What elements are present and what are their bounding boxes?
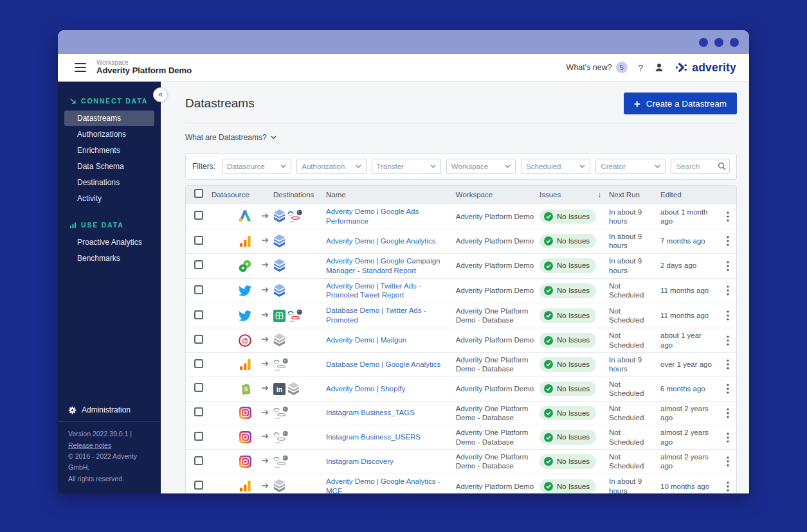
sidebar-item-datastreams[interactable]: Datastreams: [64, 111, 154, 126]
sidebar-item-enrichments[interactable]: Enrichments: [64, 143, 154, 158]
menu-icon[interactable]: [75, 63, 86, 72]
row-menu-button[interactable]: [720, 408, 736, 418]
sidebar-item-administration[interactable]: Administration: [58, 398, 161, 421]
sidebar-item-authorizations[interactable]: Authorizations: [64, 127, 154, 142]
row-checkbox[interactable]: [194, 260, 203, 269]
column-header-workspace[interactable]: Workspace: [456, 190, 540, 199]
kebab-menu-icon: [727, 481, 729, 492]
filter-workspace-select[interactable]: Workspace: [446, 159, 516, 174]
table-row[interactable]: Database Demo | Twitter Ads - Promoted A…: [186, 303, 736, 328]
datastream-name-link[interactable]: Instagram Business_TAGS: [326, 409, 415, 416]
row-checkbox[interactable]: [194, 456, 203, 465]
row-checkbox[interactable]: [194, 383, 203, 392]
sidebar-item-destinations[interactable]: Destinations: [64, 175, 154, 190]
row-menu-button[interactable]: [720, 236, 736, 246]
row-menu-button[interactable]: [720, 432, 736, 443]
datastream-name-link[interactable]: Instagram Discovery: [326, 457, 394, 465]
version-info: Version 2022.39.0.1 | Release notes © 20…: [58, 421, 161, 493]
version-text: Version 2022.39.0.1 |: [68, 430, 132, 438]
datastream-name-link[interactable]: Adverity Demo | Google Analytics: [326, 237, 435, 245]
column-header-edited[interactable]: Edited: [660, 190, 720, 199]
app-header: Workspace Adverity Platform Demo What's …: [58, 54, 749, 82]
row-checkbox[interactable]: [194, 481, 203, 490]
section-label: CONNECT DATA: [81, 97, 148, 105]
row-menu-button[interactable]: [720, 211, 736, 222]
chevron-down-icon: [430, 164, 436, 168]
row-checkbox[interactable]: [194, 236, 203, 245]
table-row[interactable]: Adverity Demo | Google Campaign Manager …: [186, 253, 736, 278]
filter-datasource-select[interactable]: Datasource: [222, 159, 291, 174]
table-row[interactable]: Database Demo | Google Analytics Adverit…: [186, 352, 736, 377]
row-checkbox[interactable]: [194, 310, 203, 319]
datastream-name-link[interactable]: Adverity Demo | Google Campaign Manager …: [326, 257, 440, 274]
sidebar-item-benchmarks[interactable]: Benchmarks: [64, 251, 154, 266]
table-row[interactable]: Instagram Business_TAGS Adverity One Pla…: [186, 401, 736, 425]
release-notes-link[interactable]: Release notes: [68, 441, 111, 449]
filters-label: Filters:: [192, 162, 215, 171]
row-checkbox[interactable]: [194, 335, 203, 344]
row-checkbox[interactable]: [194, 285, 203, 294]
sort-descending-icon[interactable]: ↓: [597, 190, 601, 200]
search-icon: [718, 162, 726, 170]
column-header-datasource[interactable]: Datasource: [212, 190, 273, 199]
table-row[interactable]: Adverity Demo | Google Analytics Adverit…: [186, 229, 736, 253]
issues-badge: No Issues: [540, 308, 596, 323]
table-row[interactable]: S in Adverity Demo | Shopify Adverity Pl…: [186, 377, 736, 401]
row-menu-button[interactable]: [720, 456, 736, 466]
row-checkbox[interactable]: [194, 432, 203, 441]
datastream-name-link[interactable]: Database Demo | Twitter Ads - Promoted: [326, 306, 426, 324]
datastream-name-link[interactable]: Adverity Demo | Shopify: [326, 385, 405, 393]
adverity-logo-icon: [675, 62, 687, 73]
table-row[interactable]: @ Adverity Demo | Mailgun Adverity Platf…: [186, 328, 736, 352]
workspace-switcher[interactable]: Workspace Adverity Platform Demo: [96, 59, 192, 76]
datastream-name-link[interactable]: Adverity Demo | Google Ads Performance: [326, 208, 419, 225]
filter-transfer-select[interactable]: Transfer: [372, 159, 441, 174]
row-menu-button[interactable]: [720, 285, 736, 296]
sidebar-collapse-button[interactable]: «: [153, 87, 168, 102]
row-menu-button[interactable]: [720, 310, 736, 321]
datastream-name-link[interactable]: Adverity Demo | Mailgun: [326, 336, 406, 344]
help-button[interactable]: ?: [639, 63, 644, 73]
filter-authorization-select[interactable]: Authorization: [296, 159, 366, 174]
sidebar-item-proactive-analytics[interactable]: Proactive Analytics: [64, 235, 154, 250]
datastream-name-link[interactable]: Adverity Demo | Google Analytics - MCF: [326, 477, 440, 493]
row-checkbox[interactable]: [194, 407, 203, 416]
sidebar-item-activity[interactable]: Activity: [64, 191, 154, 206]
what-are-datastreams-link[interactable]: What are Datastreams?: [185, 133, 277, 142]
instagram-icon: [239, 431, 251, 443]
user-icon[interactable]: [654, 62, 664, 73]
row-menu-button[interactable]: [720, 335, 736, 346]
row-checkbox[interactable]: [194, 211, 203, 220]
row-menu-button[interactable]: [720, 384, 736, 394]
create-datastream-button[interactable]: + Create a Datastream: [624, 93, 737, 114]
cube-blue-icon: [273, 284, 286, 297]
window-control-icon[interactable]: [714, 38, 723, 47]
filter-creator-select[interactable]: Creator: [595, 159, 665, 174]
table-row[interactable]: Adverity Demo | Google Ads Performance A…: [186, 204, 736, 229]
column-header-next-run[interactable]: Next Run: [609, 190, 660, 199]
chevron-down-icon: [505, 164, 511, 168]
datastream-name-link[interactable]: Adverity Demo | Twitter Ads - Promoted T…: [326, 282, 421, 299]
row-menu-button[interactable]: [720, 481, 736, 492]
table-row[interactable]: Instagram Discovery Adverity One Platfor…: [186, 449, 736, 474]
window-control-icon[interactable]: [699, 38, 708, 47]
column-header-destinations[interactable]: Destinations: [273, 190, 326, 199]
row-menu-button[interactable]: [720, 261, 736, 271]
mailgun-icon: @: [239, 334, 251, 347]
select-all-checkbox[interactable]: [194, 189, 203, 198]
twitter-icon: [239, 285, 251, 296]
window-control-icon[interactable]: [730, 38, 739, 47]
whats-new-button[interactable]: What's new? 5: [567, 62, 628, 73]
filter-scheduled-select[interactable]: Scheduled: [521, 159, 590, 174]
table-row[interactable]: Adverity Demo | Google Analytics - MCF A…: [186, 474, 736, 493]
row-checkbox[interactable]: [194, 359, 203, 368]
column-header-issues[interactable]: Issues: [540, 190, 561, 199]
datastream-name-link[interactable]: Database Demo | Google Analytics: [326, 360, 440, 368]
sidebar-item-data-schema[interactable]: Data Schema: [64, 159, 154, 174]
row-menu-button[interactable]: [720, 359, 736, 369]
column-header-name[interactable]: Name: [326, 190, 456, 199]
datastream-name-link[interactable]: Instagram Business_USERS: [326, 433, 421, 441]
edited-cell: 6 months ago: [660, 384, 720, 393]
table-row[interactable]: Adverity Demo | Twitter Ads - Promoted T…: [186, 278, 736, 303]
table-row[interactable]: Instagram Business_USERS Adverity One Pl…: [186, 425, 736, 449]
